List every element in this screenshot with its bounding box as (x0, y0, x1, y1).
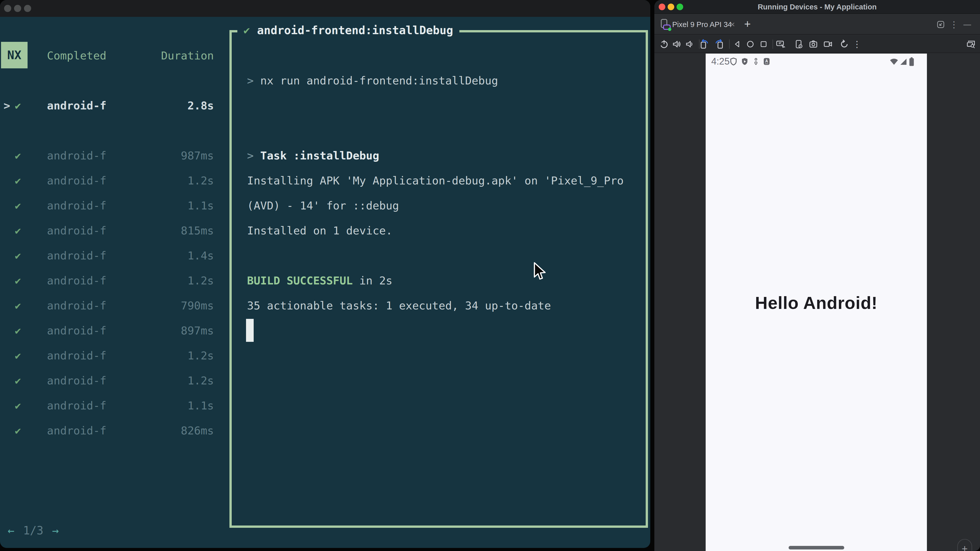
zoom-in-button[interactable]: + (962, 544, 967, 551)
maximize-window-icon[interactable] (24, 5, 31, 12)
terminal-line-installing-2: (AVD) - 14' for ::debug (247, 193, 399, 218)
dock-window-icon[interactable] (935, 14, 946, 35)
task-row-selected[interactable]: > ✔ android-f 2.8s (0, 93, 220, 118)
hide-panel-icon[interactable]: — (962, 14, 973, 35)
task-duration: 815ms (181, 218, 214, 243)
task-row[interactable]: ✔ android-f 815ms (0, 218, 220, 243)
selected-caret-icon: > (3, 93, 10, 118)
back-icon[interactable] (732, 35, 744, 53)
task-name: android-f (47, 243, 107, 268)
task-name: android-f (47, 393, 107, 418)
home-icon[interactable] (744, 35, 756, 53)
check-icon: ✔ (15, 218, 21, 243)
check-icon: ✔ (243, 24, 250, 37)
task-duration: 897ms (181, 318, 214, 343)
wifi-icon (889, 58, 899, 66)
task-duration: 1.1s (187, 193, 214, 218)
screenshot-icon[interactable] (807, 35, 819, 53)
task-duration: 1.2s (187, 268, 214, 293)
restart-icon[interactable] (838, 35, 851, 53)
more-toolbar-icon[interactable]: ⋮ (851, 35, 863, 53)
check-icon: ✔ (15, 143, 21, 168)
task-name: android-f (47, 418, 107, 443)
rotate-left-icon[interactable] (698, 35, 711, 53)
task-name: android-f (47, 218, 107, 243)
task-output-title-text: android-frontend:installDebug (257, 24, 453, 37)
task-row[interactable]: ✔ android-f 1.4s (0, 243, 220, 268)
new-tab-icon[interactable]: + (744, 14, 751, 35)
task-name: android-f (47, 293, 107, 318)
cellular-signal-icon (899, 58, 908, 66)
terminal-line-tasks-summary: 35 actionable tasks: 1 executed, 34 up-t… (247, 293, 551, 318)
wellbeing-icon (752, 57, 760, 66)
device-toolbar: ⋮ (654, 35, 980, 53)
power-icon[interactable] (658, 35, 670, 53)
rotate-right-icon[interactable] (713, 35, 725, 53)
check-icon: ✔ (15, 243, 21, 268)
next-page-arrow-icon[interactable]: → (52, 524, 59, 537)
shield-icon (729, 57, 738, 66)
task-row[interactable]: ✔ android-f 897ms (0, 318, 220, 343)
device-settings-icon[interactable] (793, 35, 805, 53)
task-row[interactable]: ✔ android-f 1.2s (0, 168, 220, 193)
minimize-window-icon[interactable] (14, 5, 21, 12)
volume-down-icon[interactable] (683, 35, 696, 53)
task-line-text: Task :installDebug (254, 149, 379, 162)
toolbar-separator (729, 40, 730, 49)
task-row[interactable]: ✔ android-f 987ms (0, 143, 220, 168)
task-row[interactable]: ✔ android-f 790ms (0, 293, 220, 318)
check-icon: ✔ (15, 343, 21, 368)
window-title: Running Devices - My Application (654, 0, 980, 14)
prompt-icon: > (247, 74, 254, 87)
task-row[interactable]: ✔ android-f 1.2s (0, 368, 220, 393)
column-header-completed: Completed (47, 43, 107, 68)
task-duration: 1.4s (187, 243, 214, 268)
task-row[interactable]: ✔ android-f 826ms (0, 418, 220, 443)
gesture-navigation-bar[interactable] (789, 546, 844, 549)
task-row[interactable]: ✔ android-f 1.1s (0, 393, 220, 418)
terminal-cursor (246, 319, 254, 342)
page-indicator: 1/3 (23, 524, 43, 537)
play-protect-shield-icon (740, 57, 749, 66)
volume-up-icon[interactable] (671, 35, 683, 53)
mirror-input-icon[interactable] (774, 35, 787, 53)
device-tab-icon (659, 18, 672, 31)
check-icon: ✔ (15, 393, 21, 418)
task-duration: 790ms (181, 293, 214, 318)
close-window-icon[interactable] (4, 5, 11, 12)
task-duration: 826ms (181, 418, 214, 443)
running-devices-titlebar[interactable]: Running Devices - My Application (654, 0, 980, 14)
check-icon: ✔ (15, 318, 21, 343)
column-header-duration: Duration (112, 43, 214, 68)
task-row[interactable]: ✔ android-f 1.2s (0, 268, 220, 293)
check-icon: ✔ (15, 93, 21, 118)
terminal-line-command: > nx run android-frontend:installDebug (247, 68, 498, 93)
more-options-icon[interactable]: ⋮ (948, 14, 959, 35)
status-bar-time: 4:25 (711, 56, 730, 67)
running-devices-window: Running Devices - My Application Pixel 9… (654, 0, 980, 551)
task-row[interactable]: ✔ android-f 1.1s (0, 193, 220, 218)
display-settings-icon[interactable] (965, 35, 977, 53)
overview-icon[interactable] (757, 35, 770, 53)
prev-page-arrow-icon[interactable]: ← (8, 524, 14, 537)
check-icon: ✔ (15, 268, 21, 293)
terminal-line-task: > Task :installDebug (247, 143, 379, 168)
terminal-window: NX Completed Duration > ✔ android-f 2.8s… (0, 0, 650, 548)
close-tab-icon[interactable]: × (730, 14, 735, 35)
tab-pixel-9-pro[interactable]: Pixel 9 Pro API 34 (672, 14, 732, 35)
build-time-text: in 2s (353, 274, 392, 287)
task-name: android-f (47, 193, 107, 218)
zoom-controls: + − 1:1 (957, 539, 972, 551)
task-duration: 2.8s (187, 93, 214, 118)
task-duration: 1.2s (187, 168, 214, 193)
task-name: android-f (47, 318, 107, 343)
screen-record-icon[interactable] (822, 35, 834, 53)
emulator-screen[interactable]: 4:25 A Hello Android! (706, 54, 927, 551)
check-icon: ✔ (15, 168, 21, 193)
task-row[interactable]: ✔ android-f 1.2s (0, 343, 220, 368)
check-icon: ✔ (15, 193, 21, 218)
device-tab-bar: Pixel 9 Pro API 34 × + ⋮ — (654, 14, 980, 35)
nx-logo-badge: NX (1, 42, 27, 68)
terminal-titlebar[interactable] (0, 0, 650, 17)
check-icon: ✔ (15, 418, 21, 443)
